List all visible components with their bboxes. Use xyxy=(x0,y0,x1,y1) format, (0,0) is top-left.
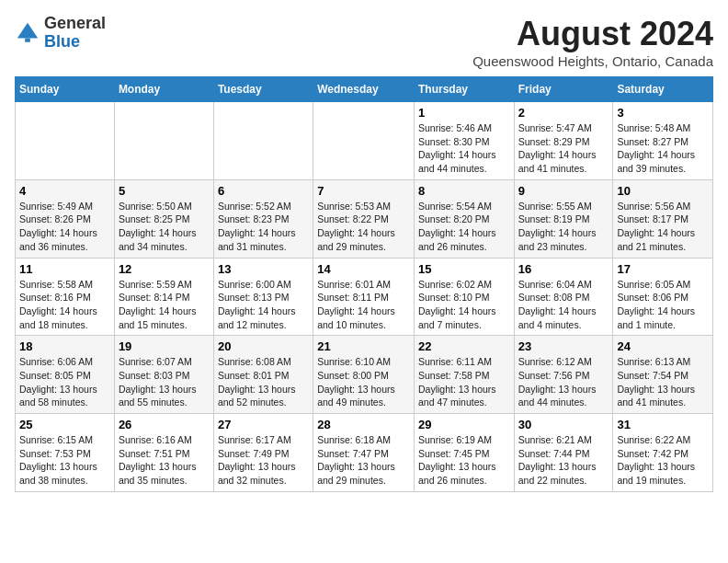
day-info: Sunrise: 5:55 AMSunset: 8:19 PMDaylight:… xyxy=(518,200,609,254)
day-number: 2 xyxy=(518,106,609,120)
day-number: 31 xyxy=(617,418,709,431)
day-number: 19 xyxy=(119,339,210,353)
weekday-header-thursday: Thursday xyxy=(414,77,514,102)
logo-icon xyxy=(15,20,40,46)
day-info: Sunrise: 6:21 AMSunset: 7:44 PMDaylight:… xyxy=(518,433,609,488)
day-number: 28 xyxy=(317,418,410,431)
weekday-header-tuesday: Tuesday xyxy=(213,77,313,102)
calendar-table: SundayMondayTuesdayWednesdayThursdayFrid… xyxy=(15,76,713,492)
day-info: Sunrise: 6:16 AMSunset: 7:51 PMDaylight:… xyxy=(119,433,210,488)
calendar-week-row: 4Sunrise: 5:49 AMSunset: 8:26 PMDaylight… xyxy=(16,179,713,258)
calendar-week-row: 1Sunrise: 5:46 AMSunset: 8:30 PMDaylight… xyxy=(16,102,713,180)
calendar-cell: 29Sunrise: 6:19 AMSunset: 7:45 PMDayligh… xyxy=(414,414,514,492)
calendar-week-row: 11Sunrise: 5:58 AMSunset: 8:16 PMDayligh… xyxy=(16,258,713,336)
weekday-header-saturday: Saturday xyxy=(613,77,713,102)
calendar-cell: 13Sunrise: 6:00 AMSunset: 8:13 PMDayligh… xyxy=(213,258,313,336)
calendar-cell: 3Sunrise: 5:48 AMSunset: 8:27 PMDaylight… xyxy=(613,102,713,180)
calendar-cell: 8Sunrise: 5:54 AMSunset: 8:20 PMDaylight… xyxy=(414,179,514,258)
weekday-header-row: SundayMondayTuesdayWednesdayThursdayFrid… xyxy=(16,77,713,102)
day-number: 15 xyxy=(418,262,510,276)
location-subtitle: Queenswood Heights, Ontario, Canada xyxy=(472,53,713,69)
day-number: 11 xyxy=(19,262,110,276)
calendar-week-row: 25Sunrise: 6:15 AMSunset: 7:53 PMDayligh… xyxy=(16,414,713,492)
day-number: 10 xyxy=(617,184,709,198)
calendar-cell: 26Sunrise: 6:16 AMSunset: 7:51 PMDayligh… xyxy=(114,414,213,492)
day-number: 17 xyxy=(617,262,709,276)
calendar-cell: 5Sunrise: 5:50 AMSunset: 8:25 PMDaylight… xyxy=(114,179,213,258)
day-info: Sunrise: 6:17 AMSunset: 7:49 PMDaylight:… xyxy=(218,433,309,488)
calendar-cell: 30Sunrise: 6:21 AMSunset: 7:44 PMDayligh… xyxy=(514,414,613,492)
day-info: Sunrise: 5:49 AMSunset: 8:26 PMDaylight:… xyxy=(19,200,110,254)
day-info: Sunrise: 5:53 AMSunset: 8:22 PMDaylight:… xyxy=(317,200,410,254)
logo: General Blue xyxy=(15,15,106,52)
day-info: Sunrise: 5:52 AMSunset: 8:23 PMDaylight:… xyxy=(218,200,309,254)
day-number: 8 xyxy=(418,184,510,198)
day-info: Sunrise: 5:56 AMSunset: 8:17 PMDaylight:… xyxy=(617,200,709,254)
day-number: 6 xyxy=(218,184,309,198)
calendar-cell: 15Sunrise: 6:02 AMSunset: 8:10 PMDayligh… xyxy=(414,258,514,336)
day-number: 18 xyxy=(19,339,110,353)
day-number: 9 xyxy=(518,184,609,198)
calendar-cell: 14Sunrise: 6:01 AMSunset: 8:11 PMDayligh… xyxy=(313,258,415,336)
calendar-cell: 12Sunrise: 5:59 AMSunset: 8:14 PMDayligh… xyxy=(114,258,213,336)
calendar-cell: 11Sunrise: 5:58 AMSunset: 8:16 PMDayligh… xyxy=(16,258,115,336)
calendar-cell: 24Sunrise: 6:13 AMSunset: 7:54 PMDayligh… xyxy=(613,336,713,414)
day-info: Sunrise: 6:12 AMSunset: 7:56 PMDaylight:… xyxy=(518,355,609,409)
calendar-cell: 16Sunrise: 6:04 AMSunset: 8:08 PMDayligh… xyxy=(514,258,613,336)
calendar-cell xyxy=(16,102,115,180)
day-info: Sunrise: 6:15 AMSunset: 7:53 PMDaylight:… xyxy=(19,433,110,488)
calendar-cell: 2Sunrise: 5:47 AMSunset: 8:29 PMDaylight… xyxy=(514,102,613,180)
title-block: August 2024 Queenswood Heights, Ontario,… xyxy=(472,15,713,69)
day-number: 22 xyxy=(418,339,510,353)
day-number: 1 xyxy=(418,106,510,120)
calendar-cell: 19Sunrise: 6:07 AMSunset: 8:03 PMDayligh… xyxy=(114,336,213,414)
day-info: Sunrise: 6:13 AMSunset: 7:54 PMDaylight:… xyxy=(617,355,709,409)
day-info: Sunrise: 5:50 AMSunset: 8:25 PMDaylight:… xyxy=(119,200,210,254)
calendar-cell xyxy=(213,102,313,180)
calendar-cell: 4Sunrise: 5:49 AMSunset: 8:26 PMDaylight… xyxy=(16,179,115,258)
weekday-header-wednesday: Wednesday xyxy=(313,77,415,102)
day-info: Sunrise: 6:11 AMSunset: 7:58 PMDaylight:… xyxy=(418,355,510,409)
day-info: Sunrise: 6:00 AMSunset: 8:13 PMDaylight:… xyxy=(218,278,309,332)
calendar-cell: 28Sunrise: 6:18 AMSunset: 7:47 PMDayligh… xyxy=(313,414,415,492)
day-number: 3 xyxy=(617,106,709,120)
day-info: Sunrise: 5:47 AMSunset: 8:29 PMDaylight:… xyxy=(518,121,609,176)
calendar-cell: 22Sunrise: 6:11 AMSunset: 7:58 PMDayligh… xyxy=(414,336,514,414)
calendar-cell: 20Sunrise: 6:08 AMSunset: 8:01 PMDayligh… xyxy=(213,336,313,414)
day-info: Sunrise: 6:01 AMSunset: 8:11 PMDaylight:… xyxy=(317,278,410,332)
day-info: Sunrise: 5:48 AMSunset: 8:27 PMDaylight:… xyxy=(617,121,709,176)
day-number: 30 xyxy=(518,418,609,431)
calendar-cell: 31Sunrise: 6:22 AMSunset: 7:42 PMDayligh… xyxy=(613,414,713,492)
day-info: Sunrise: 6:07 AMSunset: 8:03 PMDaylight:… xyxy=(119,355,210,409)
day-info: Sunrise: 6:22 AMSunset: 7:42 PMDaylight:… xyxy=(617,433,709,488)
calendar-cell: 9Sunrise: 5:55 AMSunset: 8:19 PMDaylight… xyxy=(514,179,613,258)
day-info: Sunrise: 5:59 AMSunset: 8:14 PMDaylight:… xyxy=(119,278,210,332)
day-number: 29 xyxy=(418,418,510,431)
logo-general-text: General xyxy=(44,15,106,33)
calendar-cell: 1Sunrise: 5:46 AMSunset: 8:30 PMDaylight… xyxy=(414,102,514,180)
day-number: 14 xyxy=(317,262,410,276)
day-number: 4 xyxy=(19,184,110,198)
calendar-cell: 18Sunrise: 6:06 AMSunset: 8:05 PMDayligh… xyxy=(16,336,115,414)
day-number: 7 xyxy=(317,184,410,198)
day-info: Sunrise: 6:02 AMSunset: 8:10 PMDaylight:… xyxy=(418,278,510,332)
calendar-cell: 10Sunrise: 5:56 AMSunset: 8:17 PMDayligh… xyxy=(613,179,713,258)
svg-rect-1 xyxy=(25,38,30,41)
svg-marker-0 xyxy=(17,23,38,39)
weekday-header-friday: Friday xyxy=(514,77,613,102)
day-number: 24 xyxy=(617,339,709,353)
day-info: Sunrise: 5:58 AMSunset: 8:16 PMDaylight:… xyxy=(19,278,110,332)
day-info: Sunrise: 6:06 AMSunset: 8:05 PMDaylight:… xyxy=(19,355,110,409)
day-info: Sunrise: 6:05 AMSunset: 8:06 PMDaylight:… xyxy=(617,278,709,332)
day-info: Sunrise: 6:18 AMSunset: 7:47 PMDaylight:… xyxy=(317,433,410,488)
day-info: Sunrise: 6:10 AMSunset: 8:00 PMDaylight:… xyxy=(317,355,410,409)
day-number: 25 xyxy=(19,418,110,431)
calendar-cell: 17Sunrise: 6:05 AMSunset: 8:06 PMDayligh… xyxy=(613,258,713,336)
calendar-cell: 6Sunrise: 5:52 AMSunset: 8:23 PMDaylight… xyxy=(213,179,313,258)
day-info: Sunrise: 5:46 AMSunset: 8:30 PMDaylight:… xyxy=(418,121,510,176)
logo-blue-text: Blue xyxy=(44,33,106,52)
day-info: Sunrise: 6:19 AMSunset: 7:45 PMDaylight:… xyxy=(418,433,510,488)
day-info: Sunrise: 6:08 AMSunset: 8:01 PMDaylight:… xyxy=(218,355,309,409)
calendar-cell xyxy=(313,102,415,180)
weekday-header-sunday: Sunday xyxy=(16,77,115,102)
